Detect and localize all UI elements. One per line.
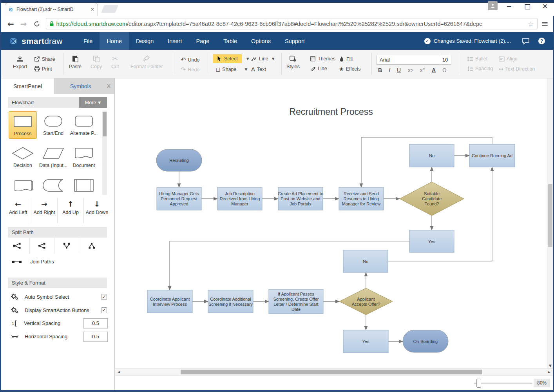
styles-button[interactable]: Styles [286, 55, 300, 69]
export-button[interactable]: Export [13, 55, 27, 69]
select-dropdown-icon[interactable]: ▼ [246, 57, 249, 61]
display-smartaction-checkbox[interactable]: ✓ [101, 307, 107, 313]
select-tool-button[interactable]: Select [213, 54, 242, 63]
vertical-scrollbar-thumb[interactable] [548, 184, 552, 247]
bookmark-star-icon[interactable]: ☆ [528, 20, 534, 28]
scroll-left-arrow-icon[interactable]: ◄ [117, 370, 120, 374]
font-name-input[interactable] [377, 55, 439, 65]
panel-close-button[interactable]: X [107, 78, 114, 94]
flowchart-node-yes-accepts[interactable]: Yes [343, 330, 388, 353]
menu-table[interactable]: Table [216, 32, 244, 50]
add-left-button[interactable]: ← Add Left [5, 198, 31, 223]
menu-design[interactable]: Design [129, 32, 161, 50]
symbol-multidocument[interactable] [9, 176, 37, 195]
vertical-scrollbar[interactable]: ▼ [547, 78, 553, 368]
effects-button[interactable]: ★ Effects [339, 66, 361, 72]
menu-options[interactable]: Options [244, 32, 278, 50]
scroll-down-arrow-icon[interactable]: ▼ [547, 364, 553, 368]
text-tool-button[interactable]: A Text [251, 66, 266, 73]
join-paths-button[interactable]: Join Paths [12, 259, 54, 265]
subscript-button[interactable]: x₂ [407, 67, 413, 73]
line-dropdown-icon[interactable]: ▼ [272, 57, 275, 61]
flowchart-node-no-accepts[interactable]: No [343, 250, 388, 272]
shape-dropdown-icon[interactable]: ▼ [245, 67, 248, 71]
font-color-button[interactable]: A [432, 67, 436, 73]
text-direction-button[interactable]: ↔ Text Direction [499, 66, 535, 72]
symbol-alternate-process[interactable]: Alternate P... [70, 111, 98, 139]
horizontal-scrollbar[interactable]: ◄ ► [115, 368, 553, 375]
new-tab-button[interactable] [101, 5, 118, 13]
shape-tool-button[interactable]: □ Shape ▼ [216, 67, 247, 72]
undo-button[interactable]: ↶ Undo [181, 56, 199, 64]
split-left-button[interactable] [30, 238, 54, 254]
flowchart-node-receive-resumes[interactable]: Receive and SendResumes to HiringManager… [339, 187, 384, 210]
drawing-canvas[interactable]: Recruitment Process RecruitingHiring Man… [115, 78, 547, 368]
themes-button[interactable]: Themes [310, 56, 335, 62]
symbol-start-end[interactable]: Start/End [39, 111, 67, 139]
symbol-button[interactable]: Ω [442, 67, 447, 73]
symbol-document[interactable]: Document [70, 143, 98, 171]
symbol-predefined-process[interactable] [70, 176, 98, 195]
share-button[interactable]: Share [34, 56, 55, 62]
underline-button[interactable]: U [397, 67, 401, 73]
flowchart-node-continue-running-ad[interactable]: Continue Running Ad [469, 144, 515, 167]
flowchart-node-coordinate-screening[interactable]: Coordinate AdditionalScreening if Necess… [208, 290, 253, 313]
symbol-data[interactable]: Data (Input... [39, 143, 67, 171]
flowchart-node-onboarding[interactable]: On-Boarding [403, 330, 448, 352]
tab-smartpanel[interactable]: SmartPanel [1, 78, 54, 94]
symbol-process[interactable]: Process [9, 111, 37, 139]
add-up-button[interactable]: ↑ Add Up [58, 198, 84, 223]
flowchart-node-coordinate-interview[interactable]: Coordinate ApplicantInterview Process [147, 290, 192, 313]
line-style-button[interactable]: Line [310, 66, 327, 71]
diagram-title[interactable]: Recruitment Process [115, 107, 547, 117]
fill-button[interactable]: Fill [339, 56, 353, 62]
menu-support[interactable]: Support [278, 32, 312, 50]
flowchart-node-offer-letter[interactable]: If Applicant PassesScreening, Create Off… [269, 289, 323, 314]
tab-symbols[interactable]: Symbols [54, 78, 107, 94]
flowchart-node-no-suitable[interactable]: No [409, 144, 454, 167]
flowchart-node-recruiting[interactable]: Recruiting [156, 149, 202, 171]
flowchart-node-suitable-candidate[interactable]: SuitableCandidateFound? [400, 182, 464, 216]
flowchart-node-create-ad[interactable]: Create Ad Placement toPost on Website an… [278, 187, 323, 210]
symbol-scrollbar-thumb[interactable] [103, 112, 107, 136]
print-button[interactable]: Print [34, 66, 52, 72]
paste-button[interactable]: Paste [69, 55, 81, 69]
font-size-input[interactable] [439, 55, 451, 65]
close-button[interactable]: ✕ [539, 2, 551, 10]
flowchart-node-hiring-manager-request[interactable]: Hiring Manager GetsPersonnel RequestAppr… [157, 187, 201, 210]
scroll-right-arrow-icon[interactable]: ► [548, 370, 551, 374]
symbol-decision[interactable]: Decision [9, 143, 37, 171]
flowchart-node-job-description[interactable]: Job DescriptionReceived from HiringManag… [217, 187, 262, 210]
split-down-y-button[interactable] [54, 238, 79, 254]
vertical-spacing-input[interactable] [83, 318, 108, 328]
spacing-button[interactable]: Spacing [467, 66, 493, 71]
superscript-button[interactable]: x² [420, 67, 425, 73]
chrome-menu-icon[interactable]: ≡ [541, 19, 549, 29]
minimize-button[interactable]: − [503, 2, 515, 10]
menu-page[interactable]: Page [189, 32, 216, 50]
cut-button[interactable]: ✂ Cut [111, 55, 119, 69]
profile-button[interactable] [488, 1, 498, 10]
url-bar[interactable]: https://cloud.smartdraw.com/editor.aspx?… [46, 18, 538, 29]
line-tool-button[interactable]: Line ▼ [251, 56, 275, 62]
bullet-button[interactable]: Bullet [467, 56, 487, 62]
more-symbols-button[interactable]: More▼ [79, 97, 107, 108]
menu-file[interactable]: File [76, 32, 100, 50]
split-right-button[interactable] [5, 238, 30, 254]
auto-symbol-select-checkbox[interactable]: ✓ [101, 294, 107, 300]
zoom-slider-track[interactable] [474, 383, 532, 384]
flowchart-node-applicant-accepts[interactable]: ApplicantAccepts Offer? [339, 288, 393, 315]
back-icon[interactable]: ← [7, 19, 14, 29]
browser-tab[interactable]: Flowchart (2).sdr -- SmartD ✕ [5, 3, 98, 16]
menu-insert[interactable]: Insert [161, 32, 189, 50]
bold-button[interactable]: B [378, 67, 382, 73]
copy-button[interactable]: Copy [91, 55, 102, 69]
horizontal-scrollbar-thumb[interactable] [181, 370, 482, 374]
help-icon[interactable]: ? [538, 38, 545, 44]
menu-home[interactable]: Home [100, 32, 129, 50]
forward-icon[interactable]: → [20, 19, 27, 29]
format-painter-button[interactable]: Format Painter [130, 55, 163, 69]
chat-icon[interactable] [522, 38, 530, 45]
reload-icon[interactable] [33, 20, 40, 27]
tab-close-icon[interactable]: ✕ [91, 7, 94, 12]
